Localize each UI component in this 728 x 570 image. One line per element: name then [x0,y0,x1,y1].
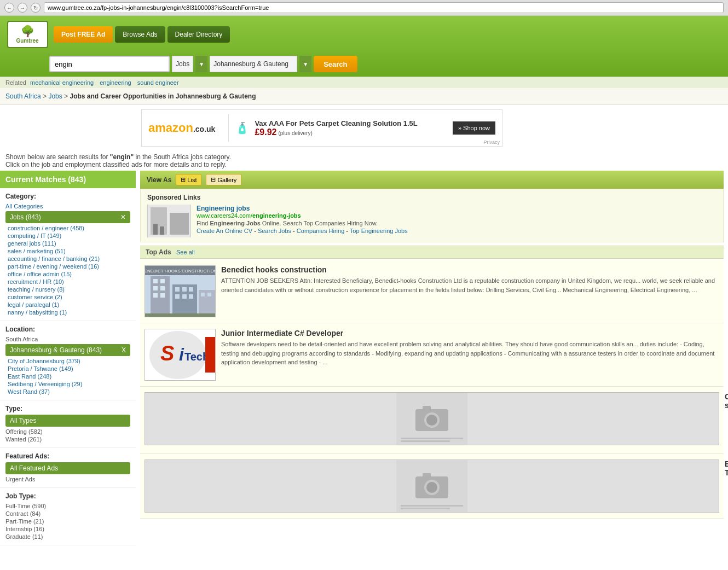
gallery-view-button[interactable]: ⊟ Gallery [206,174,241,185]
related-link-1[interactable]: mechanical engineering [30,79,94,86]
create-cv-link[interactable]: Create An Online CV [197,228,252,234]
svg-rect-9 [160,279,165,283]
jobtype-graduate[interactable]: Graduate (11) [5,533,130,540]
search-input[interactable] [49,56,170,72]
category-dropdown[interactable]: Jobs [172,56,193,72]
jobtype-parttime[interactable]: Part-Time (21) [5,517,130,525]
sponsored-ad: Engineering jobs www.careers24.com/engin… [147,205,717,237]
svg-rect-39 [401,438,463,439]
subcategory-accounting[interactable]: accounting / finance / banking (21) [5,255,130,263]
svg-rect-32 [205,337,215,373]
sponsored-content: Engineering jobs www.careers24.com/engin… [197,205,717,234]
sub-categories: construction / engineer (458) computing … [5,224,130,316]
view-as-bar: View As ⊞ List ⊟ Gallery [140,171,724,189]
breadcrumb-jobs[interactable]: Jobs [48,92,62,100]
job-type-section: Job Type: Full-Time (590) Contract (84) … [0,488,136,545]
related-link-3[interactable]: sound engineer [137,79,179,86]
type-wanted[interactable]: Wanted (261) [5,435,130,443]
content-area: View As ⊞ List ⊟ Gallery Sponsored Links [136,171,728,545]
location-johannesburg[interactable]: City of Johannesburg (379) [5,357,130,365]
shop-now-button[interactable]: » Shop now [453,121,495,135]
see-all-link[interactable]: See all [176,249,195,255]
listing-content-sitech: Junior Intermediate C# Developer Softwar… [221,329,719,367]
subcategory-customer[interactable]: customer service (2) [5,293,130,301]
svg-rect-13 [160,293,165,298]
type-section: Type: All Types Offering (582) Wanted (2… [0,400,136,448]
subcategory-parttime[interactable]: part-time / evening / weekend (16) [5,263,130,270]
url-bar[interactable] [44,2,724,13]
featured-ads-section: Featured Ads: All Featured Ads Urgent Ad… [0,448,136,488]
location-dropdown-arrow[interactable]: ▼ [299,56,311,72]
location-eastrand[interactable]: East Rand (248) [5,373,130,380]
listing-thumb-office [145,392,719,445]
location-westrand[interactable]: West Rand (37) [5,388,130,395]
search-jobs-link[interactable]: Search Jobs [258,228,291,234]
svg-rect-4 [160,226,164,235]
subcategory-recruitment[interactable]: recruitment / HR (10) [5,278,130,286]
svg-text:i: i [179,345,184,364]
location-dropdown[interactable]: Johannesburg & Gauteng [210,56,297,72]
listing-desc-benedict: ATTENTION JOB SEEKERS Attn: Interested B… [221,276,719,294]
subcategory-general[interactable]: general jobs (111) [5,240,130,247]
jobtype-fulltime[interactable]: Full-Time (590) [5,502,130,510]
nav-buttons: Post FREE Ad Browse Ads Dealer Directory [54,26,230,43]
top-ads-bar: Top Ads See all [140,246,724,259]
search-button[interactable]: Search [314,56,357,72]
listing-title-sitech[interactable]: Junior Intermediate C# Developer [221,329,719,338]
top-engineering-jobs-link[interactable]: Top Engineering Jobs [350,228,408,234]
all-categories-link[interactable]: All Categories [5,202,130,210]
forward-button[interactable]: → [18,3,27,13]
back-button[interactable]: ← [4,3,14,13]
listing-item: BENEDICT HOOKS CONSTRUCTIONS Benedict ho… [140,260,724,323]
sponsored-ad-title[interactable]: Engineering jobs [197,205,717,212]
subcategory-nanny[interactable]: nanny / babysitting (1) [5,309,130,316]
subcategory-computing[interactable]: computing / IT (149) [5,232,130,240]
dealer-directory-button[interactable]: Dealer Directory [167,26,230,43]
breadcrumb: South Africa > Jobs > Jobs and Career Op… [0,88,728,105]
list-view-button[interactable]: ⊞ List [176,174,201,185]
location-pretoria[interactable]: Pretoria / Tshwane (149) [5,365,130,373]
type-offering[interactable]: Offering (582) [5,428,130,435]
ad-product-info: Vax AAA For Pets Carpet Cleaning Solutio… [255,119,417,137]
browse-ads-button[interactable]: Browse Ads [115,26,165,43]
post-free-ad-button[interactable]: Post FREE Ad [54,26,113,43]
sidebar: Current Matches (843) Category: All Cate… [0,171,136,545]
subcategory-legal[interactable]: legal / paralegal (1) [5,301,130,309]
subcategory-office[interactable]: office / office admin (15) [5,270,130,278]
active-category[interactable]: Jobs (843) ✕ [5,211,130,223]
subcategory-sales[interactable]: sales / marketing (51) [5,247,130,255]
reload-button[interactable]: ↻ [31,3,41,13]
svg-rect-46 [401,505,463,507]
svg-rect-40 [401,440,450,442]
privacy-link[interactable]: Privacy [483,139,500,145]
listing-item-office: Office support/Administrator Engineering… [140,387,724,454]
active-location[interactable]: Johannesburg & Gauteng (843) X [5,344,130,356]
subcategory-construction[interactable]: construction / engineer (458) [5,224,130,232]
related-link-2[interactable]: engineering [100,79,131,86]
search-bar: Jobs ▼ Johannesburg & Gauteng ▼ Search [0,53,728,77]
svg-point-37 [426,415,437,426]
location-section: Location: South Africa Johannesburg & Ga… [0,321,136,400]
close-icon[interactable]: ✕ [120,213,126,221]
gumtree-logo[interactable]: 🌳 Gumtree [7,21,48,48]
svg-rect-10 [153,286,158,290]
category-dropdown-arrow[interactable]: ▼ [195,56,207,72]
companies-hiring-link[interactable]: Companies Hiring [297,228,344,234]
listing-title-benedict[interactable]: Benedict hooks construction [221,265,719,274]
svg-rect-38 [423,406,431,410]
jobtype-contract[interactable]: Contract (84) [5,510,130,517]
close-location-icon[interactable]: X [122,346,126,354]
sponsored-desc: Find Engineering Jobs Online. Search Top… [197,220,717,226]
list-icon: ⊞ [181,176,186,183]
breadcrumb-south-africa[interactable]: South Africa [5,92,41,100]
svg-rect-8 [153,279,158,283]
active-type[interactable]: All Types [5,415,130,427]
urgent-ads-link[interactable]: Urgent Ads [5,475,130,483]
svg-rect-22 [201,293,205,296]
jobtype-internship[interactable]: Internship (16) [5,525,130,533]
active-featured[interactable]: All Featured Ads [5,462,130,474]
subcategory-teaching[interactable]: teaching / nursery (8) [5,286,130,293]
sponsored-url[interactable]: www.careers24.com/engineering-jobs [197,212,717,219]
svg-point-44 [426,482,437,493]
location-sedibeng[interactable]: Sedibeng / Vereeniging (29) [5,380,130,388]
